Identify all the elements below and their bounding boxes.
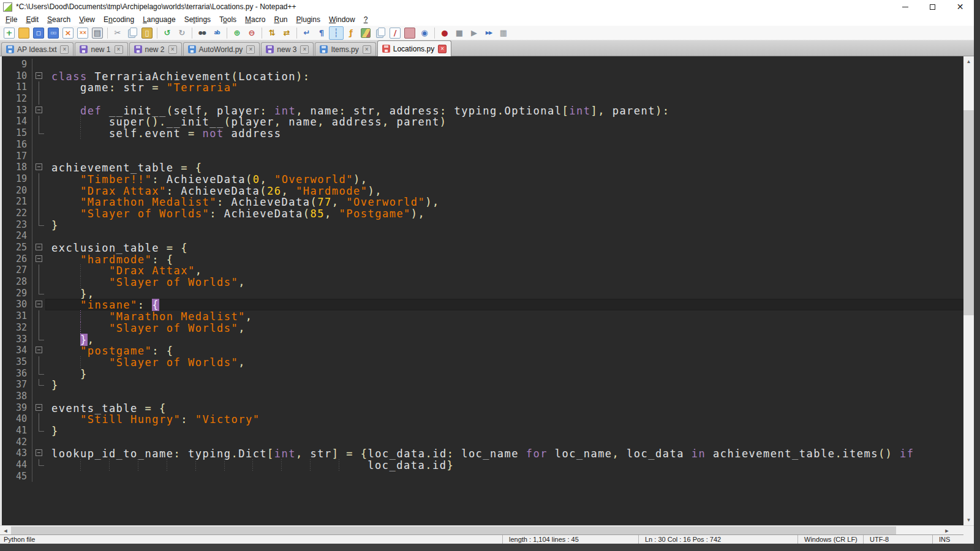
maximize-button[interactable] xyxy=(919,0,946,13)
macro-play-icon[interactable]: ▶ xyxy=(467,26,481,40)
code-text[interactable] xyxy=(45,139,963,151)
code-text[interactable] xyxy=(45,93,963,105)
tab-close-icon[interactable]: × xyxy=(363,45,371,54)
code-text[interactable]: "postgame": { xyxy=(45,345,963,356)
macro-stop-icon[interactable]: ■ xyxy=(452,26,467,40)
scroll-left-arrow[interactable]: ◄ xyxy=(1,526,10,535)
menu-window[interactable]: Window xyxy=(325,14,360,25)
code-text[interactable] xyxy=(45,391,963,402)
menu-search[interactable]: Search xyxy=(43,14,75,25)
find-icon[interactable]: ●● xyxy=(195,26,209,40)
code-text[interactable] xyxy=(45,230,963,242)
code-text[interactable]: game: str = "Terraria" xyxy=(45,81,963,93)
code-text[interactable]: "Slayer of Worlds": AchieveData(85, "Pos… xyxy=(45,208,963,219)
open-folder-icon[interactable] xyxy=(17,26,31,40)
fold-margin-box[interactable] xyxy=(32,70,45,82)
fold-margin-box[interactable] xyxy=(32,345,45,356)
doc-switcher-icon[interactable] xyxy=(373,26,388,40)
tab-ap-ideas-txt[interactable]: AP Ideas.txt× xyxy=(1,42,74,56)
vertical-scrollbar[interactable]: ▲ ▼ xyxy=(963,56,974,525)
menu-tools[interactable]: Tools xyxy=(215,14,241,25)
copy-icon[interactable] xyxy=(125,26,140,40)
code-text[interactable] xyxy=(45,59,963,70)
sync-vertical-icon[interactable]: ⇅ xyxy=(265,26,279,40)
menu-language[interactable]: Language xyxy=(138,14,180,25)
monitoring-eye-icon[interactable]: ◉ xyxy=(417,26,432,40)
fold-margin-box[interactable] xyxy=(32,299,45,310)
code-text[interactable]: } xyxy=(45,425,963,437)
menu-encoding[interactable]: Encoding xyxy=(99,14,138,25)
print-icon[interactable]: ▤ xyxy=(90,26,105,40)
code-text[interactable]: } xyxy=(45,219,963,231)
code-text[interactable]: events_table = { xyxy=(45,402,963,414)
document-map-icon[interactable] xyxy=(358,26,373,40)
horizontal-scrollbar[interactable]: ◄ ► xyxy=(0,525,974,534)
tab-close-icon[interactable]: × xyxy=(438,45,447,53)
zoom-out-icon[interactable]: ⊖ xyxy=(244,26,259,40)
code-text[interactable]: "Marathon Medalist": AchieveData(77, "Ov… xyxy=(45,196,963,208)
fold-margin-box[interactable] xyxy=(32,253,45,265)
code-text[interactable]: }, xyxy=(45,288,963,299)
code-text[interactable]: lookup_id_to_name: typing.Dict[int, str]… xyxy=(45,448,963,459)
function-list-icon[interactable]: ƒ xyxy=(344,26,358,40)
menu-help[interactable]: ? xyxy=(360,14,372,25)
menu-plugins[interactable]: Plugins xyxy=(292,14,325,25)
code-text[interactable]: "Timber!!": AchieveData(0, "Overworld"), xyxy=(45,173,963,185)
edit-marker-icon[interactable]: / xyxy=(388,26,402,40)
macro-save-icon[interactable]: ▦ xyxy=(496,26,511,40)
save-icon[interactable]: ▫ xyxy=(31,26,46,40)
code-text[interactable]: "hardmode": { xyxy=(45,253,963,265)
code-text[interactable] xyxy=(45,437,963,448)
code-text[interactable]: achievement_table = { xyxy=(45,162,963,173)
tab-locations-py[interactable]: Locations.py× xyxy=(377,40,451,56)
code-text[interactable]: "Slayer of Worlds", xyxy=(45,322,963,334)
fold-margin-box[interactable] xyxy=(32,105,45,116)
code-text[interactable]: "Still Hungry": "Victory" xyxy=(45,413,963,425)
menu-edit[interactable]: Edit xyxy=(21,14,43,25)
tab-close-icon[interactable]: × xyxy=(300,45,309,54)
close-button[interactable]: ✕ xyxy=(946,0,974,13)
menu-file[interactable]: File xyxy=(1,14,21,25)
code-editor[interactable]: 910class TerrariaAchievement(Location):1… xyxy=(0,56,974,525)
code-text[interactable] xyxy=(45,151,963,162)
code-text[interactable]: "Slayer of Worlds", xyxy=(45,356,963,368)
fold-margin-box[interactable] xyxy=(32,448,45,459)
redo-icon[interactable]: ↻ xyxy=(175,26,189,40)
code-text[interactable]: loc_data.id} xyxy=(45,459,963,471)
zoom-in-icon[interactable]: ⊕ xyxy=(230,26,244,40)
tab-close-icon[interactable]: × xyxy=(246,45,255,54)
code-text[interactable]: def __init__(self, player: int, name: st… xyxy=(45,105,963,116)
code-text[interactable]: exclusion_table = { xyxy=(45,242,963,253)
code-text[interactable]: "Drax Attax", xyxy=(45,264,963,276)
tab-new-1[interactable]: new 1× xyxy=(75,42,127,56)
cut-icon[interactable]: ✂ xyxy=(110,26,125,40)
macro-record-icon[interactable]: ● xyxy=(437,26,452,40)
tab-close-icon[interactable]: × xyxy=(115,45,123,54)
new-file-icon[interactable]: + xyxy=(2,26,17,40)
tab-new-2[interactable]: new 2× xyxy=(129,42,182,56)
close-doc-icon[interactable]: × xyxy=(61,26,75,40)
horizontal-scroll-thumb[interactable] xyxy=(11,527,896,534)
tab-autoworld-py[interactable]: AutoWorld.py× xyxy=(183,42,260,56)
fold-margin-box[interactable] xyxy=(32,162,45,173)
close-all-docs-icon[interactable]: ×× xyxy=(75,26,90,40)
code-text[interactable]: }, xyxy=(45,334,963,345)
scroll-up-arrow[interactable]: ▲ xyxy=(963,56,974,67)
code-text[interactable]: self.event = not address xyxy=(45,127,963,139)
code-text[interactable]: "Slayer of Worlds", xyxy=(45,276,963,288)
replace-icon[interactable]: ab xyxy=(209,26,224,40)
vertical-scroll-thumb[interactable] xyxy=(963,110,974,315)
indent-guide-icon[interactable]: ┆ xyxy=(329,26,344,40)
tab-close-icon[interactable]: × xyxy=(168,45,177,54)
word-wrap-icon[interactable]: ↵ xyxy=(300,26,314,40)
tab-new-3[interactable]: new 3× xyxy=(261,42,314,56)
code-text[interactable]: super().__init__(player, name, address, … xyxy=(45,116,963,127)
code-text[interactable]: "insane": { xyxy=(45,299,963,310)
tab-close-icon[interactable]: × xyxy=(60,45,69,54)
code-text[interactable]: "Marathon Medalist", xyxy=(45,310,963,322)
scroll-right-arrow[interactable]: ► xyxy=(942,526,952,535)
fold-margin-box[interactable] xyxy=(32,402,45,414)
project-folder-icon[interactable] xyxy=(402,26,417,40)
menu-run[interactable]: Run xyxy=(270,14,292,25)
macro-run-multiple-icon[interactable]: ▶▶ xyxy=(481,26,496,40)
